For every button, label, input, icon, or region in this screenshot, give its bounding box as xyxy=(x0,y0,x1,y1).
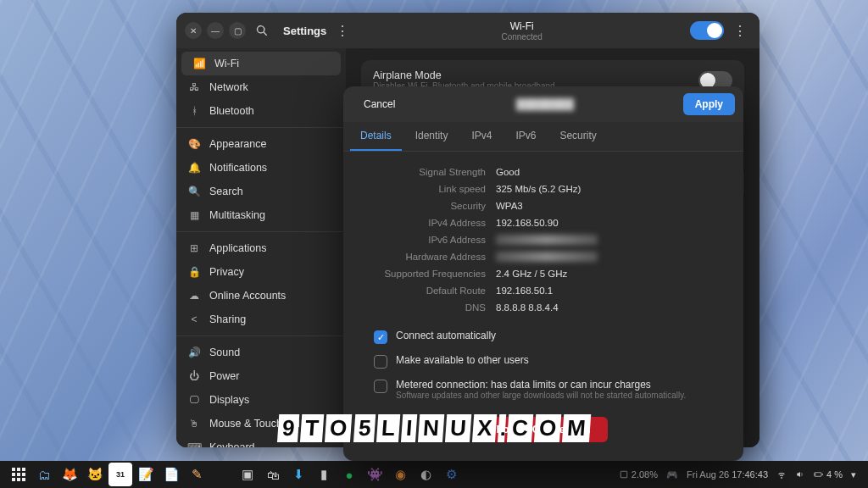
svg-rect-3 xyxy=(815,474,816,476)
battery-icon xyxy=(814,469,824,480)
wifi-master-toggle[interactable] xyxy=(690,21,724,40)
cancel-button[interactable]: Cancel xyxy=(352,93,407,115)
sidebar-item-label: Power xyxy=(209,370,239,382)
mouse-icon: 🖱 xyxy=(188,418,200,430)
apply-button[interactable]: Apply xyxy=(683,93,735,115)
discord-icon[interactable]: 👾 xyxy=(363,463,387,486)
metered-checkbox[interactable] xyxy=(374,380,387,393)
sidebar-item-label: Sharing xyxy=(209,313,246,325)
apps-launcher-icon[interactable] xyxy=(7,463,31,486)
screenshot-icon[interactable]: ▣ xyxy=(236,463,259,486)
connect-auto-row[interactable]: Connect automatically xyxy=(359,324,728,349)
bt-icon: ᚼ xyxy=(188,105,200,117)
dialog-header: Cancel ████████ Apply xyxy=(343,86,743,122)
detail-value: 2.4 GHz / 5 GHz xyxy=(496,269,567,279)
connect-auto-checkbox[interactable] xyxy=(374,330,387,344)
metered-label: Metered connection: has data limits or c… xyxy=(396,379,686,391)
tab-ipv6[interactable]: IPv6 xyxy=(505,122,546,151)
metered-sublabel: Software updates and other large downloa… xyxy=(396,391,686,400)
tab-security[interactable]: Security xyxy=(549,122,606,151)
sidebar-item-privacy[interactable]: 🔒Privacy xyxy=(176,260,346,284)
tray-battery[interactable]: 4 % xyxy=(814,469,843,480)
steam-icon[interactable]: ◐ xyxy=(414,463,437,486)
detail-key: Security xyxy=(359,201,486,211)
share-icon: < xyxy=(188,313,200,325)
share-checkbox[interactable] xyxy=(374,355,387,369)
sidebar-item-multitasking[interactable]: ▦Multitasking xyxy=(176,203,346,227)
detail-row: DNS8.8.8.8 8.8.4.4 xyxy=(359,299,728,316)
sidebar-item-appearance[interactable]: 🎨Appearance xyxy=(176,132,346,156)
sidebar-item-label: Wi-Fi xyxy=(214,58,239,69)
maximize-button[interactable]: ▢ xyxy=(229,22,246,39)
clock[interactable]: Fri Aug 26 17:46:43 xyxy=(687,469,768,480)
sidebar-item-wi-fi[interactable]: 📶Wi-Fi xyxy=(181,52,341,75)
cloud-icon: ☁ xyxy=(188,290,200,302)
minimize-button[interactable]: — xyxy=(207,22,224,39)
brush-icon: 🎨 xyxy=(188,138,200,150)
kb-icon: ⌨ xyxy=(188,441,200,447)
tray-volume-icon[interactable] xyxy=(795,469,805,480)
cpu-usage[interactable]: 2.08% xyxy=(619,469,658,480)
apps-icon: ⊞ xyxy=(188,242,200,254)
detail-value xyxy=(496,235,598,245)
sidebar-item-search[interactable]: 🔍Search xyxy=(176,180,346,203)
sidebar-item-label: Notifications xyxy=(209,162,267,174)
sidebar-item-notifications[interactable]: 🔔Notifications xyxy=(176,156,346,180)
tab-identity[interactable]: Identity xyxy=(405,122,459,151)
display-icon: 🖵 xyxy=(188,394,200,406)
sidebar-item-sharing[interactable]: <Sharing xyxy=(176,308,346,331)
detail-key: DNS xyxy=(359,302,486,313)
sidebar-item-bluetooth[interactable]: ᚼBluetooth xyxy=(176,99,346,123)
terminal-icon[interactable]: ▮ xyxy=(312,463,336,486)
sidebar-item-label: Privacy xyxy=(209,266,244,278)
search-icon[interactable] xyxy=(251,19,273,42)
page-title: Wi-Fi xyxy=(359,20,685,32)
airplane-title: Airplane Mode xyxy=(373,69,690,81)
detail-key: Signal Strength xyxy=(359,167,486,177)
tray-chevron-icon[interactable]: ▾ xyxy=(851,469,856,480)
spotify-icon[interactable]: ● xyxy=(337,463,361,486)
sidebar-item-label: Applications xyxy=(209,242,266,254)
software-icon[interactable]: 🛍 xyxy=(261,463,285,486)
firefox-icon[interactable]: 🦊 xyxy=(58,463,81,486)
tab-ipv4[interactable]: IPv4 xyxy=(461,122,502,151)
header-more-icon[interactable]: ⋮ xyxy=(729,19,751,42)
editor-icon[interactable]: ✎ xyxy=(185,463,209,486)
watermark: 9TO5LINUX.COM xyxy=(278,414,590,442)
files-icon[interactable]: 🗂 xyxy=(32,463,56,486)
text-editor-icon[interactable]: 📝 xyxy=(134,463,158,486)
notes-icon[interactable]: 📄 xyxy=(159,463,183,486)
sidebar-item-sound[interactable]: 🔊Sound xyxy=(176,341,346,364)
share-row[interactable]: Make available to other users xyxy=(359,349,728,374)
gamepad-icon[interactable]: 🎮 xyxy=(666,469,678,480)
tab-details[interactable]: Details xyxy=(350,122,402,151)
sidebar-item-displays[interactable]: 🖵Displays xyxy=(176,388,346,412)
tray-wifi-icon[interactable] xyxy=(776,469,787,480)
svg-rect-0 xyxy=(620,471,627,478)
sidebar-item-online-accounts[interactable]: ☁Online Accounts xyxy=(176,284,346,308)
sound-icon: 🔊 xyxy=(188,347,200,358)
sidebar-item-label: Appearance xyxy=(209,138,266,150)
detail-key: IPv6 Address xyxy=(359,235,486,245)
sidebar-item-applications[interactable]: ⊞Applications xyxy=(176,236,346,260)
sidebar-item-network[interactable]: 🖧Network xyxy=(176,75,346,99)
detail-row: SecurityWPA3 xyxy=(359,197,728,214)
detail-value xyxy=(496,252,598,262)
metered-row[interactable]: Metered connection: has data limits or c… xyxy=(359,374,728,405)
close-button[interactable]: ✕ xyxy=(185,22,202,39)
search-icon: 🔍 xyxy=(188,186,200,197)
cpu-icon xyxy=(619,469,629,480)
wifi-icon: 📶 xyxy=(193,58,205,69)
cat-app-icon[interactable]: 🐱 xyxy=(83,463,107,486)
qbittorrent-icon[interactable]: ⬇ xyxy=(287,463,310,486)
calendar-icon[interactable]: 31 xyxy=(108,463,132,486)
header-menu-icon[interactable]: ⋮ xyxy=(331,19,353,42)
detail-key: Link speed xyxy=(359,184,486,194)
detail-row: Default Route192.168.50.1 xyxy=(359,282,728,299)
net-icon: 🖧 xyxy=(188,81,200,93)
dialog-title-blurred: ████████ xyxy=(407,98,682,110)
system-settings-icon[interactable]: ⚙ xyxy=(439,463,463,486)
obs-icon[interactable]: ◉ xyxy=(388,463,412,486)
sidebar-item-power[interactable]: ⏻Power xyxy=(176,364,346,388)
sidebar-item-label: Bluetooth xyxy=(209,105,254,117)
